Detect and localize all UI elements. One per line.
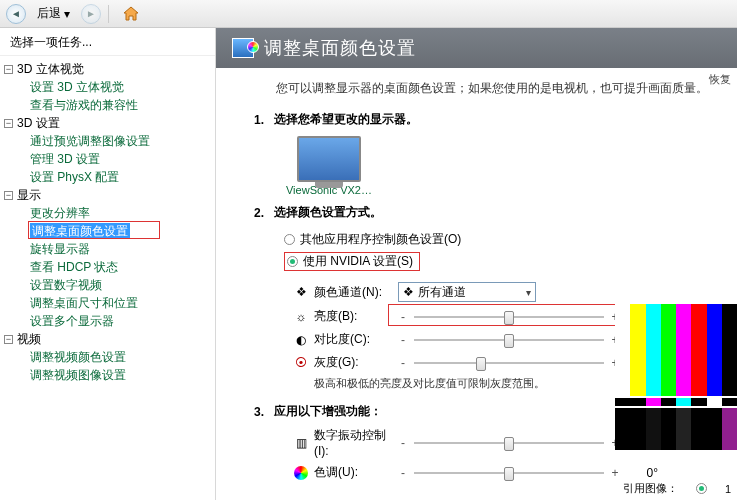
ref-radio-1-label: 1 xyxy=(725,483,731,495)
home-button[interactable] xyxy=(116,3,146,25)
section-3-num: 3. xyxy=(254,405,268,419)
contrast-slider[interactable] xyxy=(414,333,604,347)
tree-category[interactable]: 3D 立体视觉 xyxy=(17,61,84,77)
color-mode-radio-group: 其他应用程序控制颜色设置(O) 使用 NVIDIA 设置(S) xyxy=(216,229,737,273)
tree-category[interactable]: 视频 xyxy=(17,331,41,347)
task-sidebar: 选择一项任务... −3D 立体视觉设置 3D 立体视觉查看与游戏的兼容性−3D… xyxy=(0,28,216,500)
content-pane: 调整桌面颜色设置 恢复 您可以调整显示器的桌面颜色设置；如果您使用的是电视机，也… xyxy=(216,28,737,500)
forward-circle-button[interactable]: ► xyxy=(81,4,101,24)
tree-item[interactable]: 调整桌面颜色设置 xyxy=(30,223,130,239)
radio-nvidia[interactable]: 使用 NVIDIA 设置(S) xyxy=(284,250,737,273)
slider-min: - xyxy=(398,356,408,370)
toolbar: ◄ 后退 ▾ ► xyxy=(0,0,737,28)
sidebar-header: 选择一项任务... xyxy=(0,28,215,56)
tree-item[interactable]: 调整桌面尺寸和位置 xyxy=(30,295,138,311)
tree-item[interactable]: 调整视频颜色设置 xyxy=(30,349,126,365)
tree-toggle[interactable]: − xyxy=(4,65,13,74)
section-1-header: 1. 选择您希望更改的显示器。 xyxy=(216,105,737,132)
section-3-title: 应用以下增强功能： xyxy=(274,403,382,420)
tree-category[interactable]: 3D 设置 xyxy=(17,115,60,131)
hue-label: 色调(U): xyxy=(314,464,392,481)
monitor-tile[interactable]: ViewSonic VX2… xyxy=(284,136,374,196)
radio-icon xyxy=(287,256,298,267)
tree-item[interactable]: 调整视频图像设置 xyxy=(30,367,126,383)
palette-icon: ❖ xyxy=(294,285,308,299)
restore-link[interactable]: 恢复 xyxy=(709,72,731,87)
section-2-header: 2. 选择颜色设置方式。 xyxy=(216,198,737,225)
radio-icon xyxy=(284,234,295,245)
channel-value: 所有通道 xyxy=(418,284,466,301)
slider-max: + xyxy=(610,466,620,480)
radio-nvidia-label: 使用 NVIDIA 设置(S) xyxy=(303,253,413,270)
radio-other-apps[interactable]: 其他应用程序控制颜色设置(O) xyxy=(284,229,737,250)
tree-item[interactable]: 旋转显示器 xyxy=(30,241,90,257)
tree-toggle[interactable]: − xyxy=(4,335,13,344)
section-1-title: 选择您希望更改的显示器。 xyxy=(274,111,418,128)
monitor-color-icon xyxy=(232,38,254,58)
monitor-icon xyxy=(297,136,361,182)
contrast-icon: ◐ xyxy=(294,333,308,347)
ref-radio-1[interactable] xyxy=(696,483,707,494)
hue-icon xyxy=(294,466,308,480)
task-tree: −3D 立体视觉设置 3D 立体视觉查看与游戏的兼容性−3D 设置通过预览调整图… xyxy=(0,56,215,384)
hue-value: 0° xyxy=(626,466,658,480)
tree-toggle[interactable]: − xyxy=(4,119,13,128)
radio-other-label: 其他应用程序控制颜色设置(O) xyxy=(300,231,461,248)
page-description: 您可以调整显示器的桌面颜色设置；如果您使用的是电视机，也可提升画面质量。 xyxy=(216,68,737,105)
slider-min: - xyxy=(398,436,408,450)
tree-category[interactable]: 显示 xyxy=(17,187,41,203)
tree-item[interactable]: 设置 PhysX 配置 xyxy=(30,169,119,185)
back-button[interactable]: 后退 ▾ xyxy=(30,2,77,25)
back-label: 后退 xyxy=(37,5,61,22)
page-title: 调整桌面颜色设置 xyxy=(264,36,416,60)
slider-min: - xyxy=(398,310,408,324)
tree-item[interactable]: 设置 3D 立体视觉 xyxy=(30,79,124,95)
slider-min: - xyxy=(398,466,408,480)
back-circle-button[interactable]: ◄ xyxy=(6,4,26,24)
tree-item[interactable]: 查看与游戏的兼容性 xyxy=(30,97,138,113)
tree-item[interactable]: 通过预览调整图像设置 xyxy=(30,133,150,149)
tree-item[interactable]: 查看 HDCP 状态 xyxy=(30,259,118,275)
vibrance-slider[interactable] xyxy=(414,436,604,450)
chevron-down-icon: ▾ xyxy=(64,7,70,21)
brightness-slider[interactable] xyxy=(414,310,604,324)
palette-small-icon: ❖ xyxy=(403,285,414,299)
contrast-label: 对比度(C): xyxy=(314,331,392,348)
reference-image-row: 引用图像： 1 xyxy=(623,481,731,496)
tree-item[interactable]: 管理 3D 设置 xyxy=(30,151,100,167)
channel-label: 颜色通道(N): xyxy=(314,284,392,301)
channel-select[interactable]: ❖ 所有通道 xyxy=(398,282,536,302)
tree-toggle[interactable]: − xyxy=(4,191,13,200)
tree-item[interactable]: 更改分辨率 xyxy=(30,205,90,221)
reference-colorbars xyxy=(615,304,737,450)
brightness-label: 亮度(B): xyxy=(314,308,392,325)
sun-icon: ☼ xyxy=(294,310,308,324)
slider-min: - xyxy=(398,333,408,347)
section-2-num: 2. xyxy=(254,206,268,220)
tree-item[interactable]: 设置多个显示器 xyxy=(30,313,114,329)
vibrance-icon: ▥ xyxy=(294,436,308,450)
vibrance-label: 数字振动控制(I): xyxy=(314,427,392,458)
title-band: 调整桌面颜色设置 xyxy=(216,28,737,68)
tree-item[interactable]: 设置数字视频 xyxy=(30,277,102,293)
gamma-icon: ⦿ xyxy=(294,356,308,370)
reference-image-label: 引用图像： xyxy=(623,481,678,496)
separator xyxy=(108,5,109,23)
channel-row: ❖ 颜色通道(N): ❖ 所有通道 xyxy=(216,279,737,305)
section-2-title: 选择颜色设置方式。 xyxy=(274,204,382,221)
gray-label: 灰度(G): xyxy=(314,354,392,371)
home-icon xyxy=(123,6,139,22)
hue-slider[interactable] xyxy=(414,466,604,480)
section-1-num: 1. xyxy=(254,113,268,127)
gray-slider[interactable] xyxy=(414,356,604,370)
